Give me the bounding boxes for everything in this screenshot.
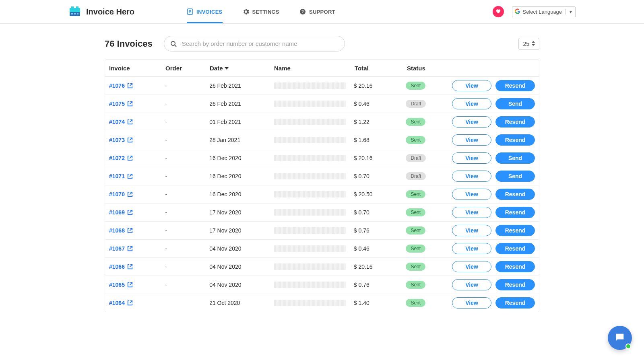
invoice-number: #1071 — [109, 173, 125, 179]
send-button[interactable]: Send — [495, 98, 535, 109]
svg-point-13 — [171, 41, 175, 45]
send-button[interactable]: Send — [495, 152, 535, 164]
invoices-icon — [187, 8, 193, 15]
send-button[interactable]: Send — [495, 171, 535, 182]
svg-line-21 — [130, 138, 132, 140]
view-button[interactable]: View — [452, 279, 491, 290]
col-header-name[interactable]: Name — [274, 65, 355, 72]
status-badge: Sent — [406, 263, 425, 271]
table-row: #106421 Oct 2020$ 1.40SentViewResend — [105, 294, 539, 312]
view-button[interactable]: View — [452, 134, 491, 146]
table-row: #1071-16 Dec 2020$ 0.70DraftViewSend — [105, 167, 539, 185]
svg-rect-5 — [74, 13, 76, 14]
invoice-link[interactable]: #1064 — [109, 300, 133, 306]
view-button[interactable]: View — [452, 189, 491, 200]
cell-name-redacted — [274, 137, 346, 143]
cell-date: 04 Nov 2020 — [209, 263, 273, 270]
external-link-icon — [127, 137, 133, 143]
cell-total: $ 0.46 — [354, 101, 406, 107]
svg-text:?: ? — [301, 10, 304, 14]
cell-date: 16 Dec 2020 — [209, 155, 273, 161]
view-button[interactable]: View — [452, 98, 491, 109]
invoice-link[interactable]: #1068 — [109, 227, 133, 234]
col-header-invoice[interactable]: Invoice — [109, 65, 165, 72]
cell-total: $ 1.22 — [354, 119, 406, 125]
svg-line-26 — [130, 228, 132, 231]
invoice-link[interactable]: #1065 — [109, 282, 133, 288]
search-input[interactable] — [164, 36, 345, 51]
resend-button[interactable]: Resend — [495, 189, 535, 200]
resend-button[interactable]: Resend — [495, 297, 535, 309]
sort-icon — [532, 41, 535, 47]
view-button[interactable]: View — [452, 261, 491, 272]
resend-button[interactable]: Resend — [495, 207, 535, 218]
svg-line-30 — [130, 301, 132, 303]
status-badge: Sent — [406, 245, 425, 253]
status-badge: Sent — [406, 136, 425, 144]
favorite-badge[interactable] — [493, 6, 504, 17]
invoice-link[interactable]: #1071 — [109, 173, 133, 179]
cell-order: - — [165, 173, 210, 179]
table-row: #1068-17 Nov 2020$ 0.76SentViewResend — [105, 222, 539, 240]
language-selector[interactable]: Select Language ▼ — [512, 6, 576, 17]
svg-rect-4 — [71, 13, 73, 14]
external-link-icon — [127, 264, 133, 269]
cell-name-redacted — [274, 155, 346, 161]
svg-rect-6 — [77, 13, 78, 14]
cell-name-redacted — [274, 282, 346, 288]
table-row: #1073-28 Jan 2021$ 1.68SentViewResend — [105, 131, 539, 149]
invoice-link[interactable]: #1072 — [109, 155, 133, 161]
cell-order: - — [165, 227, 210, 234]
heart-icon — [495, 8, 501, 15]
cell-total: $ 0.76 — [354, 282, 406, 288]
invoice-link[interactable]: #1066 — [109, 263, 133, 270]
cell-name-redacted — [274, 245, 346, 252]
external-link-icon — [127, 101, 133, 107]
col-header-order[interactable]: Order — [165, 65, 210, 72]
nav-invoices[interactable]: INVOICES — [187, 0, 223, 23]
svg-rect-2 — [71, 6, 74, 9]
invoice-link[interactable]: #1074 — [109, 119, 133, 125]
invoice-link[interactable]: #1069 — [109, 209, 133, 216]
invoice-link[interactable]: #1070 — [109, 191, 133, 197]
view-button[interactable]: View — [452, 80, 491, 91]
view-button[interactable]: View — [452, 297, 491, 309]
view-button[interactable]: View — [452, 152, 491, 164]
resend-button[interactable]: Resend — [495, 243, 535, 254]
google-icon — [515, 8, 520, 15]
external-link-icon — [127, 300, 133, 306]
table-row: #1076-26 Feb 2021$ 20.16SentViewResend — [105, 77, 539, 95]
view-button[interactable]: View — [452, 171, 491, 182]
view-button[interactable]: View — [452, 243, 491, 254]
resend-button[interactable]: Resend — [495, 134, 535, 146]
cell-order: - — [165, 282, 210, 288]
resend-button[interactable]: Resend — [495, 225, 535, 236]
invoice-link[interactable]: #1075 — [109, 101, 133, 107]
app-name: Invoice Hero — [86, 7, 134, 16]
brand: Invoice Hero — [68, 5, 134, 18]
invoice-link[interactable]: #1076 — [109, 82, 133, 89]
view-button[interactable]: View — [452, 225, 491, 236]
view-button[interactable]: View — [452, 207, 491, 218]
resend-button[interactable]: Resend — [495, 80, 535, 91]
col-header-total[interactable]: Total — [355, 65, 407, 72]
status-badge: Draft — [406, 172, 426, 180]
cell-date: 26 Feb 2021 — [209, 101, 273, 107]
col-header-date[interactable]: Date — [210, 65, 274, 72]
nav-settings[interactable]: SETTINGS — [243, 0, 279, 23]
search-icon — [170, 41, 177, 47]
svg-line-20 — [130, 120, 132, 122]
view-button[interactable]: View — [452, 116, 491, 128]
col-header-status[interactable]: Status — [407, 65, 453, 72]
resend-button[interactable]: Resend — [495, 261, 535, 272]
invoice-link[interactable]: #1073 — [109, 137, 133, 143]
resend-button[interactable]: Resend — [495, 116, 535, 128]
cell-total: $ 20.50 — [354, 191, 406, 197]
cell-order: - — [165, 209, 210, 216]
invoice-link[interactable]: #1067 — [109, 245, 133, 252]
external-link-icon — [127, 228, 133, 233]
svg-line-29 — [130, 283, 132, 285]
nav-support[interactable]: ? SUPPORT — [299, 0, 335, 23]
resend-button[interactable]: Resend — [495, 279, 535, 290]
page-size-selector[interactable]: 25 — [518, 38, 539, 50]
